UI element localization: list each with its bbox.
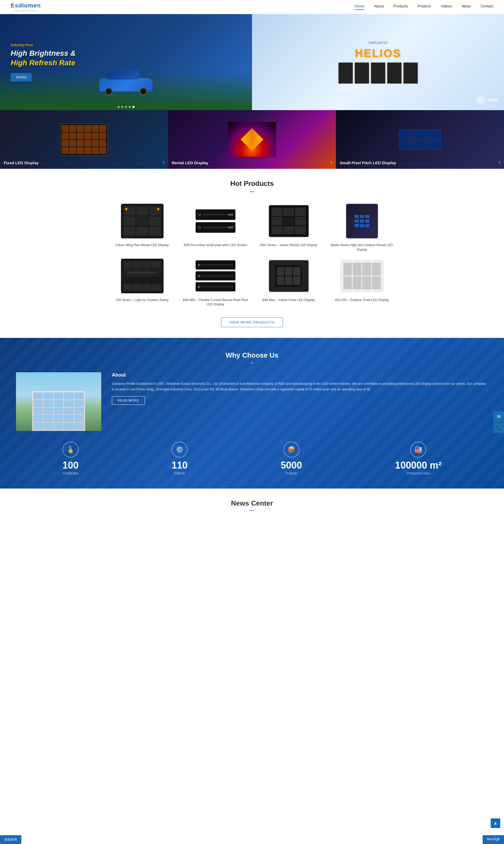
monitor-visual [399, 130, 441, 149]
hot-products-title: Hot Products [0, 169, 504, 197]
why-text: About Company Profile Established in 200… [112, 372, 488, 431]
dot-3[interactable] [125, 106, 127, 108]
panel-2 [355, 63, 369, 84]
nav-videos[interactable]: Videos [440, 4, 452, 10]
stat-label-certificates: Certificates [62, 471, 78, 475]
news-section: News Center [0, 488, 504, 526]
nav-about[interactable]: About [374, 4, 384, 10]
stat-production: 🏭 100000 m² Production Area [395, 442, 442, 475]
product-3[interactable]: Pilot Series – Indoor Rental LED Display [255, 202, 323, 252]
cat-fixed-label: Fixed LED Display [4, 160, 39, 165]
product-8-name: HELIOS – Outdoor Fixed LED Display [335, 298, 389, 303]
stat-num-projects: 5000 [281, 460, 302, 471]
car-visual [100, 78, 152, 100]
nav-projects[interactable]: Projects [418, 4, 431, 10]
panel-1 [338, 63, 353, 84]
panel-3 [371, 63, 385, 84]
building-body [32, 391, 85, 431]
monitor-screen-4 [399, 140, 412, 149]
nav-news[interactable]: News [462, 4, 471, 10]
float-right-panel: ✉ 📞 [493, 411, 504, 433]
stat-label-production: Production Area [407, 471, 429, 475]
dooh-button[interactable]: DOOH [11, 73, 32, 81]
category-section: Fixed LED Display › Rental LED Display › [0, 110, 504, 169]
car-wheel-left [105, 87, 113, 96]
car-body [100, 78, 152, 91]
product-3-img [265, 202, 313, 240]
logo[interactable]: EsdIumen by LianTronics [11, 2, 41, 12]
product-5[interactable]: CW Series – Light as Cicada's Swing [108, 257, 176, 307]
dot-2[interactable] [121, 106, 123, 108]
hero-left: Industry First High Brightness & High Re… [0, 14, 252, 110]
hero-panels [338, 63, 418, 84]
hero-dots [118, 106, 134, 108]
view-more-button[interactable]: VIEW MORE PRODUCTS [221, 317, 283, 327]
patents-icon: ⚙️ [172, 442, 187, 458]
dot-1[interactable] [118, 106, 120, 108]
stat-num-production: 100000 m² [395, 460, 442, 471]
helios-sub: P8/P10/P16 [369, 41, 387, 45]
product-4[interactable]: Blade Series-High-end Outdoor Rental LED… [328, 202, 396, 252]
hero-tag: Industry First [11, 43, 241, 47]
nav-products[interactable]: Products [393, 4, 408, 10]
dot-4[interactable] [129, 106, 131, 108]
nav-contact[interactable]: Contact [481, 4, 493, 10]
nav-home[interactable]: Home [354, 4, 364, 10]
hero-headline-line2: High Refresh Rate [11, 59, 75, 67]
helios-title: HELIOS [355, 47, 401, 60]
products-grid: Indoor Wing Plus-Rental LED Display [92, 197, 412, 317]
hero-headline-line1: High Brightness & [11, 49, 76, 57]
stat-projects: 📦 5000 Projects [281, 442, 302, 475]
product-2-img [192, 202, 239, 240]
stat-label-projects: Projects [286, 471, 297, 475]
concert-visual [228, 122, 276, 157]
why-section: Why Choose Us [0, 338, 504, 488]
stat-certificates: 🏅 100 Certificates [62, 442, 78, 475]
product-6-name: BIM MIN – Flexible Curved Narrow Pixel P… [181, 298, 249, 307]
float-contact-btn[interactable]: ✉ [493, 411, 504, 422]
cat-small-label: Small Pixel Pitch LED Display [340, 160, 396, 165]
product-8[interactable]: HELIOS – Outdoor Fixed LED Display [328, 257, 396, 307]
monitor-screen-6 [428, 140, 441, 149]
panel-4 [387, 63, 402, 84]
cat-fixed-bg [0, 110, 168, 169]
play-button[interactable]: ▶ [476, 95, 485, 105]
cat-small-pixel[interactable]: Small Pixel Pitch LED Display › [336, 110, 504, 169]
cat-small-bg [336, 110, 504, 169]
production-icon: 🏭 [410, 442, 426, 458]
monitor-screen-1 [399, 130, 412, 139]
monitor-screen-5 [413, 140, 427, 149]
product-1-name: Indoor Wing Plus-Rental LED Display [115, 243, 168, 247]
float-phone-btn[interactable]: 📞 [493, 423, 504, 433]
product-5-img [118, 257, 166, 295]
led-screen-fixed [60, 123, 108, 155]
monitor-row-1 [399, 130, 441, 139]
product-7[interactable]: BIM Max – Indoor Fixed LED Display [255, 257, 323, 307]
product-3-name: Pilot Series – Indoor Rental LED Display [260, 243, 317, 247]
logo-subtitle: by LianTronics [14, 9, 37, 12]
certificates-icon: 🏅 [62, 442, 78, 458]
cat-rental-arrow: › [330, 159, 332, 165]
play-label: DOOH [487, 98, 499, 102]
hero-right: P8/P10/P16 HELIOS ▶ DOOH [252, 14, 504, 110]
car-wheel-right [139, 87, 147, 96]
stat-num-certificates: 100 [62, 460, 78, 471]
news-title: News Center [16, 499, 488, 513]
product-1[interactable]: Indoor Wing Plus-Rental LED Display [108, 202, 176, 252]
stat-patents: ⚙️ 110 Patents [172, 442, 187, 475]
product-7-name: BIM Max – Indoor Fixed LED Display [263, 298, 315, 303]
stat-label-patents: Patents [174, 471, 185, 475]
cat-fixed-led[interactable]: Fixed LED Display › [0, 110, 168, 169]
product-6[interactable]: BIM MIN – Flexible Curved Narrow Pixel P… [181, 257, 249, 307]
dot-5[interactable] [132, 106, 134, 108]
why-title: Why Choose Us [16, 351, 488, 364]
why-image [16, 372, 101, 431]
navigation: EsdIumen by LianTronics Home About Produ… [0, 0, 504, 14]
hero-play[interactable]: ▶ DOOH [476, 95, 499, 105]
stat-num-patents: 110 [172, 460, 187, 471]
product-2[interactable]: BIM Pro-Indoor small pixel pitch LED Scr… [181, 202, 249, 252]
cat-fixed-arrow: › [163, 159, 164, 165]
product-4-name: Blade Series-High-end Outdoor Rental LED… [328, 243, 396, 252]
read-more-button[interactable]: READ MORE [112, 396, 145, 405]
cat-rental-led[interactable]: Rental LED Display › [168, 110, 336, 169]
